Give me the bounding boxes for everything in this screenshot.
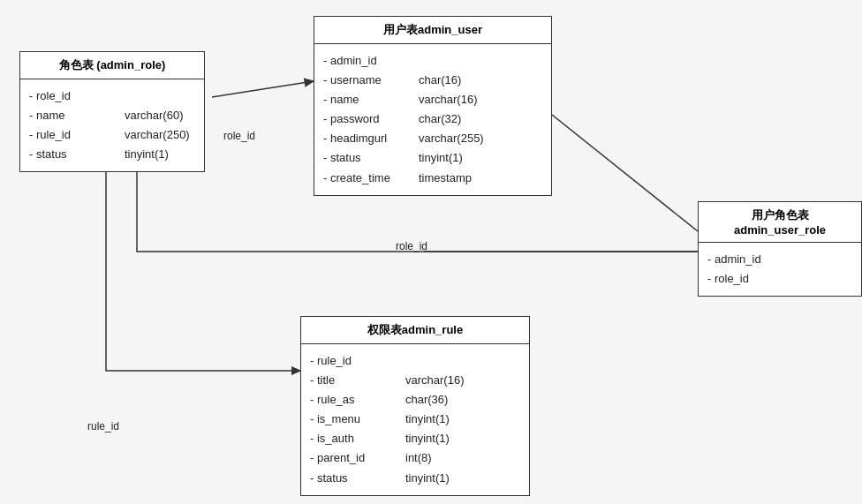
table-row: - status tinyint(1): [29, 145, 195, 164]
table-row: - status tinyint(1): [310, 469, 520, 488]
table-row: - role_id: [29, 87, 195, 106]
table-row: - password char(32): [323, 109, 542, 129]
table-row: - rule_id: [310, 351, 520, 371]
table-row: - headimgurl varchar(255): [323, 129, 542, 148]
connector-label-ruleid: rule_id: [87, 420, 119, 433]
svg-line-0: [212, 81, 314, 97]
table-row: - username char(16): [323, 71, 542, 90]
table-row: - name varchar(60): [29, 106, 195, 125]
table-admin-rule-header: 权限表admin_rule: [301, 317, 529, 344]
table-row: - create_time timestamp: [323, 169, 542, 188]
table-admin-role: 角色表 (admin_role) - role_id - name varcha…: [19, 51, 205, 172]
table-admin-user-role-header: 用户角色表admin_user_role: [699, 202, 861, 243]
table-row: - admin_id: [323, 51, 542, 71]
connector-label-roleid-1: role_id: [223, 130, 255, 142]
table-admin-user: 用户表admin_user - admin_id - username char…: [314, 16, 552, 196]
svg-line-1: [530, 97, 698, 231]
table-row: - is_auth tinyint(1): [310, 429, 520, 448]
table-row: - rule_as char(36): [310, 390, 520, 410]
table-admin-role-body: - role_id - name varchar(60) - rule_id v…: [20, 79, 204, 171]
table-admin-user-role-body: - admin_id - role_id: [699, 243, 861, 296]
diagram-canvas: role_id role_id rule_id 用户表admin_user - …: [0, 0, 862, 504]
table-admin-rule: 权限表admin_rule - rule_id - title varchar(…: [300, 316, 530, 496]
table-admin-user-header: 用户表admin_user: [314, 17, 551, 44]
table-row: - role_id: [707, 269, 852, 289]
connector-label-roleid-2: role_id: [396, 240, 427, 252]
table-row: - admin_id: [707, 250, 852, 269]
table-row: - is_menu tinyint(1): [310, 410, 520, 429]
table-row: - parent_id int(8): [310, 448, 520, 468]
table-row: - title varchar(16): [310, 371, 520, 390]
table-row: - status tinyint(1): [323, 148, 542, 168]
table-admin-rule-body: - rule_id - title varchar(16) - rule_as …: [301, 344, 529, 495]
table-row: - name varchar(16): [323, 90, 542, 109]
table-row: - rule_id varchar(250): [29, 125, 195, 145]
table-admin-role-header: 角色表 (admin_role): [20, 52, 204, 79]
table-admin-user-body: - admin_id - username char(16) - name va…: [314, 44, 551, 195]
table-admin-user-role: 用户角色表admin_user_role - admin_id - role_i…: [698, 201, 862, 297]
